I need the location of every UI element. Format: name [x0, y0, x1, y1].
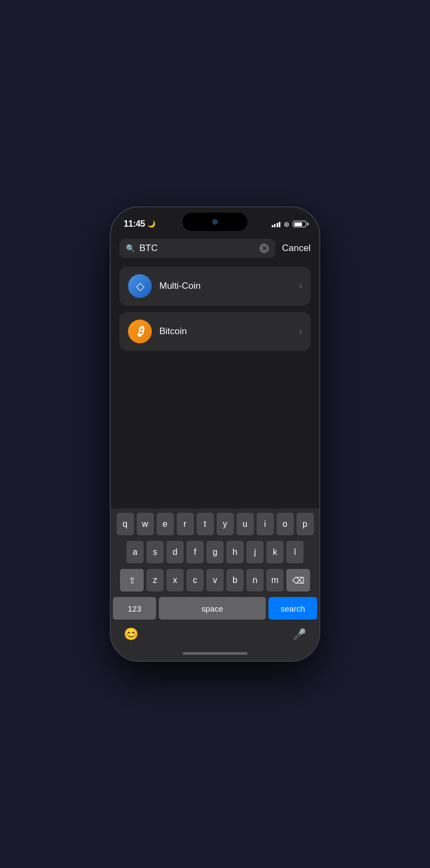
key-l[interactable]: l [286, 541, 304, 564]
multi-coin-icon: ◇ [128, 274, 152, 298]
key-z[interactable]: z [146, 569, 164, 592]
key-g[interactable]: g [206, 541, 224, 564]
chevron-right-icon: › [299, 281, 302, 291]
home-bar [183, 652, 247, 655]
signal-icon [272, 221, 281, 227]
backspace-key[interactable]: ⌫ [286, 569, 310, 592]
empty-space [119, 357, 311, 508]
battery-icon [293, 221, 306, 227]
key-i[interactable]: i [257, 513, 274, 535]
search-input[interactable]: BTC [139, 243, 255, 254]
status-icons: ⊛ [272, 220, 307, 228]
key-s[interactable]: s [146, 541, 164, 564]
wifi-icon: ⊛ [284, 220, 290, 228]
moon-icon: 🌙 [147, 220, 156, 228]
clear-button[interactable]: ✕ [259, 243, 269, 253]
key-m[interactable]: m [266, 569, 284, 592]
emoji-icon[interactable]: 😊 [124, 627, 138, 641]
key-k[interactable]: k [266, 541, 284, 564]
key-r[interactable]: r [177, 513, 194, 535]
key-a[interactable]: a [126, 541, 144, 564]
dynamic-island [183, 213, 247, 231]
key-w[interactable]: w [137, 513, 154, 535]
key-n[interactable]: n [246, 569, 264, 592]
cancel-button[interactable]: Cancel [282, 243, 311, 254]
main-content: 🔍 BTC ✕ Cancel ◇ Multi-Coin › ₿ [111, 234, 319, 508]
keyboard-row-1: q w e r t y u i o p [113, 513, 317, 535]
numbers-key[interactable]: 123 [113, 597, 156, 620]
space-key[interactable]: space [159, 597, 266, 620]
btc-symbol: ₿ [137, 324, 143, 338]
search-bar-row: 🔍 BTC ✕ Cancel [119, 239, 311, 258]
key-o[interactable]: o [277, 513, 294, 535]
multi-coin-label: Multi-Coin [159, 281, 299, 291]
search-icon: 🔍 [126, 244, 135, 253]
microphone-icon[interactable]: 🎤 [293, 628, 306, 641]
screen: 11:45 🌙 ⊛ [111, 207, 319, 661]
keyboard: q w e r t y u i o p a s d f g h j k [111, 508, 319, 624]
key-t[interactable]: t [197, 513, 214, 535]
keyboard-row-4: 123 space search [113, 597, 317, 620]
keyboard-row-3: ⇧ z x c v b n m ⌫ [113, 569, 317, 592]
key-b[interactable]: b [226, 569, 244, 592]
bitcoin-label: Bitcoin [159, 326, 299, 337]
key-q[interactable]: q [117, 513, 134, 535]
key-v[interactable]: v [206, 569, 224, 592]
key-e[interactable]: e [157, 513, 174, 535]
key-f[interactable]: f [186, 541, 204, 564]
home-indicator [111, 646, 319, 661]
key-h[interactable]: h [226, 541, 244, 564]
result-item-bitcoin[interactable]: ₿ Bitcoin › [119, 312, 311, 351]
key-x[interactable]: x [166, 569, 184, 592]
phone-frame: 11:45 🌙 ⊛ [110, 206, 320, 662]
shift-key[interactable]: ⇧ [120, 569, 144, 592]
battery-fill [294, 222, 302, 226]
status-time: 11:45 🌙 [124, 219, 156, 229]
key-p[interactable]: p [297, 513, 314, 535]
clear-icon: ✕ [262, 246, 267, 252]
key-j[interactable]: j [246, 541, 264, 564]
bottom-bar: 😊 🎤 [111, 624, 319, 646]
search-input-container[interactable]: 🔍 BTC ✕ [119, 239, 276, 258]
diamond-icon: ◇ [136, 280, 144, 293]
island-dot [212, 219, 218, 225]
key-d[interactable]: d [166, 541, 184, 564]
key-u[interactable]: u [237, 513, 254, 535]
key-c[interactable]: c [186, 569, 204, 592]
time-label: 11:45 [124, 219, 145, 229]
key-y[interactable]: y [217, 513, 234, 535]
keyboard-row-2: a s d f g h j k l [113, 541, 317, 564]
search-key[interactable]: search [268, 597, 317, 620]
bitcoin-icon: ₿ [128, 320, 152, 343]
result-item-multi-coin[interactable]: ◇ Multi-Coin › [119, 267, 311, 306]
chevron-right-icon-2: › [299, 327, 302, 336]
